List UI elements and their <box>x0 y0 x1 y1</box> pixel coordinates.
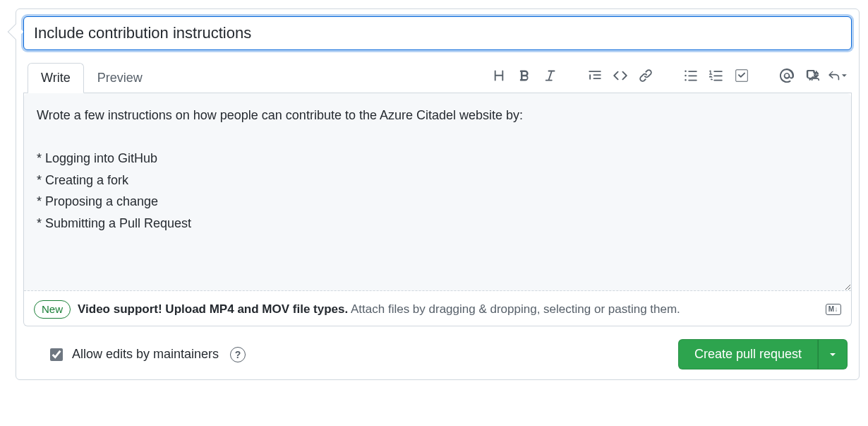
saved-reply-icon[interactable] <box>828 66 848 85</box>
attach-hint-text: Attach files by dragging & dropping, sel… <box>351 302 680 316</box>
markdown-help-icon[interactable]: M↓ <box>826 304 841 315</box>
pr-body-textarea[interactable] <box>24 93 851 291</box>
compose-tabs-row: Write Preview <box>23 63 852 93</box>
heading-icon[interactable] <box>489 66 509 85</box>
panel-caret <box>8 24 24 40</box>
mention-icon[interactable] <box>777 66 797 85</box>
submit-button-group: Create pull request <box>678 339 848 369</box>
attach-row[interactable]: New Video support! Upload MP4 and MOV fi… <box>24 293 851 326</box>
bold-icon[interactable] <box>514 66 534 85</box>
allow-edits-row[interactable]: Allow edits by maintainers ? <box>47 346 246 363</box>
create-pr-dropdown-button[interactable] <box>818 339 848 369</box>
body-area: New Video support! Upload MP4 and MOV fi… <box>23 93 852 326</box>
markdown-toolbar <box>489 66 848 90</box>
chevron-down-icon <box>841 72 848 79</box>
bullet-list-icon[interactable] <box>681 66 701 85</box>
footer-row: Allow edits by maintainers ? Create pull… <box>23 326 852 372</box>
new-badge: New <box>34 300 71 319</box>
italic-icon[interactable] <box>540 66 560 85</box>
pr-compose-panel: Write Preview <box>16 8 860 380</box>
task-list-icon[interactable] <box>732 66 752 85</box>
numbered-list-icon[interactable] <box>706 66 726 85</box>
pr-title-input[interactable] <box>23 16 852 50</box>
link-icon[interactable] <box>636 66 656 85</box>
tab-write[interactable]: Write <box>28 63 84 93</box>
chevron-down-icon <box>828 350 837 359</box>
cross-reference-icon[interactable] <box>802 66 822 85</box>
allow-edits-label: Allow edits by maintainers <box>72 347 219 362</box>
compose-tabs: Write Preview <box>28 63 156 93</box>
create-pr-button[interactable]: Create pull request <box>678 339 818 369</box>
allow-edits-checkbox[interactable] <box>50 348 63 361</box>
tab-preview[interactable]: Preview <box>84 63 156 93</box>
quote-icon[interactable] <box>585 66 605 85</box>
help-icon[interactable]: ? <box>230 347 246 362</box>
code-icon[interactable] <box>610 66 630 85</box>
attach-headline: Video support! Upload MP4 and MOV file t… <box>78 302 348 316</box>
